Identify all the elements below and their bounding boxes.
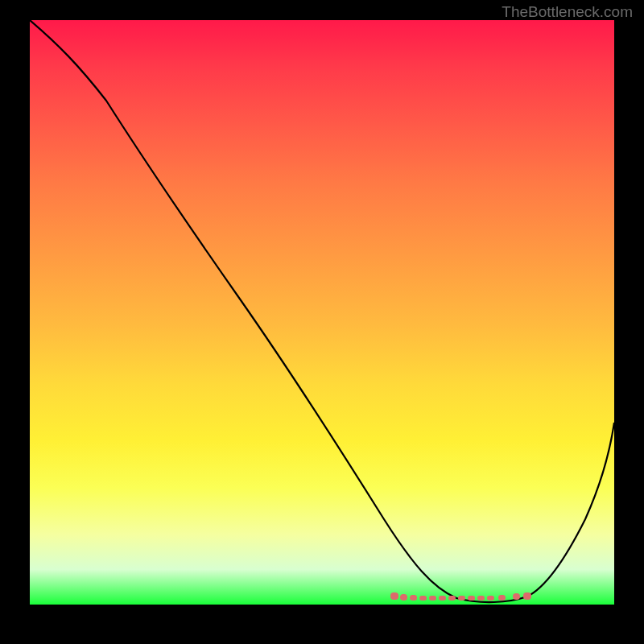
flat-marker-dash — [468, 596, 475, 601]
chart-curve-path — [30, 20, 614, 602]
flat-marker-dash — [513, 593, 520, 600]
flat-marker-dash — [523, 592, 531, 600]
chart-plot-area — [30, 20, 614, 605]
flat-marker-dash — [498, 595, 506, 601]
flat-marker-dash — [419, 596, 427, 601]
flat-marker-dash — [410, 595, 417, 601]
flat-marker-dash — [439, 596, 446, 601]
watermark-text: TheBottleneck.com — [502, 3, 633, 21]
chart-flat-marker-region — [390, 592, 531, 600]
flat-marker-dash — [487, 596, 494, 601]
chart-curve-svg — [30, 20, 614, 605]
flat-marker-dash — [458, 596, 465, 601]
flat-marker-dash — [477, 596, 485, 601]
flat-marker-dash — [448, 596, 456, 601]
flat-marker-dash — [400, 594, 407, 601]
flat-marker-dash — [429, 596, 436, 601]
flat-marker-dash — [390, 592, 398, 600]
